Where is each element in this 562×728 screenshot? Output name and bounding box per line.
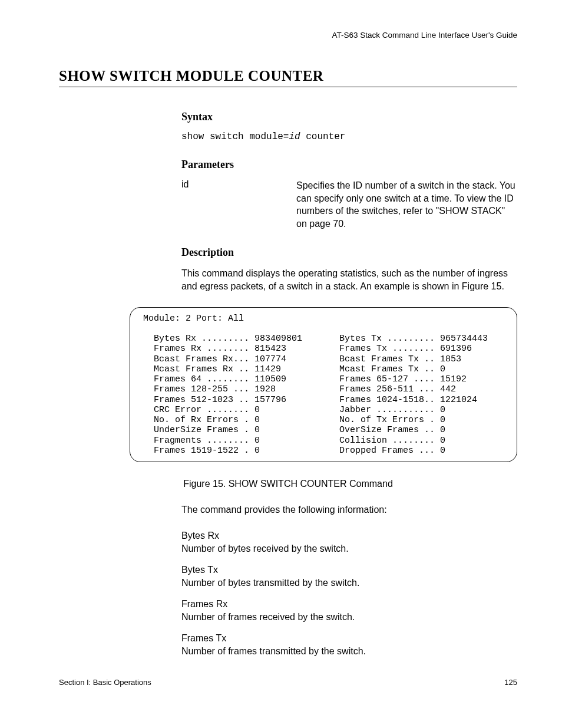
footer-section: Section I: Basic Operations [59, 678, 151, 687]
parameters-heading: Parameters [181, 159, 517, 171]
page-footer: Section I: Basic Operations 125 [59, 678, 517, 687]
info-desc: Number of frames received by the switch. [181, 612, 517, 622]
page: AT-S63 Stack Command Line Interface User… [0, 0, 562, 728]
info-term: Bytes Tx [181, 565, 517, 575]
info-desc: Number of bytes transmitted by the switc… [181, 578, 517, 588]
info-desc: Number of frames transmitted by the swit… [181, 646, 517, 657]
parameter-term: id [181, 179, 296, 230]
info-item: Frames Rx Number of frames received by t… [181, 599, 517, 622]
description-paragraph: This command displays the operating stat… [181, 267, 517, 292]
page-title: SHOW SWITCH MODULE COUNTER [59, 68, 517, 84]
figure-panel: Module: 2 Port: All Bytes Rx ......... 9… [130, 307, 517, 463]
info-item: Frames Tx Number of frames transmitted b… [181, 633, 517, 657]
syntax-section: Syntax show switch module=id counter [181, 111, 517, 142]
figure-caption: Figure 15. SHOW SWITCH COUNTER Command [59, 479, 517, 489]
syntax-command: show switch module=id counter [181, 131, 517, 142]
footer-page-number: 125 [504, 678, 517, 687]
running-header: AT-S63 Stack Command Line Interface User… [59, 31, 517, 39]
syntax-text-italic: id [289, 131, 300, 142]
info-item: Bytes Rx Number of bytes received by the… [181, 531, 517, 554]
description-section: Description This command displays the op… [181, 246, 517, 292]
info-term: Frames Tx [181, 633, 517, 644]
info-term: Frames Rx [181, 599, 517, 610]
parameters-section: Parameters id Specifies the ID number of… [181, 159, 517, 230]
syntax-text-pre: show switch module= [181, 131, 289, 142]
title-rule [59, 87, 517, 87]
info-item: Bytes Tx Number of bytes transmitted by … [181, 565, 517, 588]
lead-sentence: The command provides the following infor… [181, 503, 517, 516]
info-desc: Number of bytes received by the switch. [181, 543, 517, 554]
explanation-section: The command provides the following infor… [181, 503, 517, 657]
syntax-text-post: counter [300, 131, 346, 142]
parameter-description: Specifies the ID number of a switch in t… [296, 179, 517, 230]
description-heading: Description [181, 246, 517, 259]
info-term: Bytes Rx [181, 531, 517, 541]
parameter-row: id Specifies the ID number of a switch i… [181, 179, 517, 230]
syntax-heading: Syntax [181, 111, 517, 123]
